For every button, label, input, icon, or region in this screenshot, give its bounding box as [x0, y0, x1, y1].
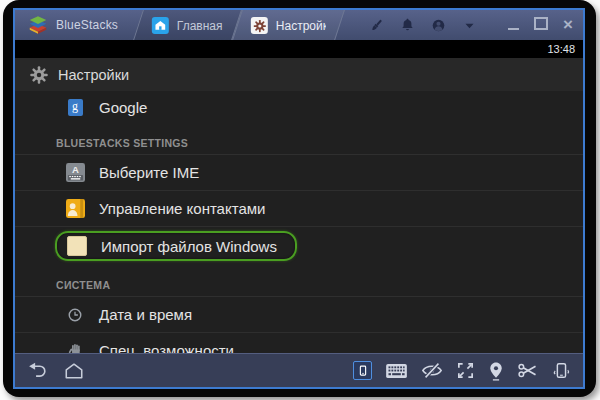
- status-bar: 13:48: [15, 40, 583, 58]
- row-manage-contacts-label: Управление контактами: [99, 200, 265, 217]
- row-date-time-label: Дата и время: [99, 306, 192, 323]
- svg-text:A: A: [72, 164, 79, 175]
- ime-keyboard-icon: A: [64, 163, 86, 182]
- dropdown-arrow-icon[interactable]: [461, 17, 478, 34]
- row-accessibility[interactable]: Спец. возможности: [15, 333, 583, 353]
- paint-tool-icon[interactable]: [368, 17, 385, 34]
- settings-list: g Google BLUESTACKS SETTINGS A: [15, 91, 583, 353]
- rotate-device-icon[interactable]: [551, 361, 571, 380]
- row-select-ime[interactable]: A Выберите IME: [15, 155, 583, 190]
- clock-time: 13:48: [547, 43, 575, 55]
- settings-gear-icon: [29, 65, 49, 85]
- settings-title: Настройки: [58, 67, 129, 83]
- clock-icon: [64, 307, 86, 323]
- maximize-button[interactable]: [534, 16, 548, 34]
- title-bar: BlueStacks Главная: [15, 10, 583, 40]
- row-windows-import-label: Импорт файлов Windows: [101, 238, 277, 255]
- cut-scissors-icon[interactable]: [517, 362, 538, 379]
- notifications-bell-icon[interactable]: [399, 17, 416, 34]
- bluestacks-window: BlueStacks Главная: [13, 8, 585, 389]
- contacts-icon: [64, 199, 86, 218]
- back-button[interactable]: [27, 361, 48, 380]
- tab-settings[interactable]: Настройки: [232, 10, 345, 40]
- window-frame: BlueStacks Главная: [3, 0, 596, 397]
- tab-home[interactable]: Главная: [133, 10, 241, 40]
- bluestacks-logo-icon: [27, 15, 49, 36]
- row-select-ime-label: Выберите IME: [99, 164, 199, 181]
- highlight-annotation: Импорт файлов Windows: [55, 231, 297, 261]
- row-google[interactable]: g Google: [15, 91, 583, 123]
- row-google-label: Google: [99, 99, 147, 116]
- section-system: СИСТЕМА: [15, 265, 583, 297]
- google-icon: g: [68, 99, 83, 116]
- location-icon[interactable]: [488, 361, 504, 381]
- row-accessibility-label: Спец. возможности: [99, 342, 234, 353]
- tab-home-label: Главная: [177, 18, 223, 32]
- row-windows-import[interactable]: Импорт файлов Windows: [15, 227, 583, 265]
- section-bluestacks-settings: BLUESTACKS SETTINGS: [15, 123, 583, 155]
- row-manage-contacts[interactable]: Управление контактами: [15, 191, 583, 226]
- minimize-button[interactable]: [508, 16, 519, 34]
- home-button[interactable]: [63, 361, 85, 381]
- keyboard-icon[interactable]: [385, 363, 408, 379]
- hide-eye-icon[interactable]: [421, 362, 443, 379]
- accessibility-hand-icon: [64, 343, 86, 353]
- tab-settings-label: Настройки: [276, 18, 326, 32]
- home-icon: [152, 17, 169, 34]
- windows-import-icon: [67, 236, 87, 256]
- app-title: BlueStacks: [56, 18, 118, 32]
- account-icon[interactable]: [430, 17, 447, 34]
- close-button[interactable]: ×: [563, 18, 573, 32]
- gear-icon: [251, 17, 268, 34]
- row-date-time[interactable]: Дата и время: [15, 297, 583, 332]
- bottom-bar: [15, 353, 583, 387]
- settings-header: Настройки: [15, 58, 583, 91]
- fullscreen-icon[interactable]: [456, 361, 475, 380]
- dock-device-icon[interactable]: [353, 361, 372, 380]
